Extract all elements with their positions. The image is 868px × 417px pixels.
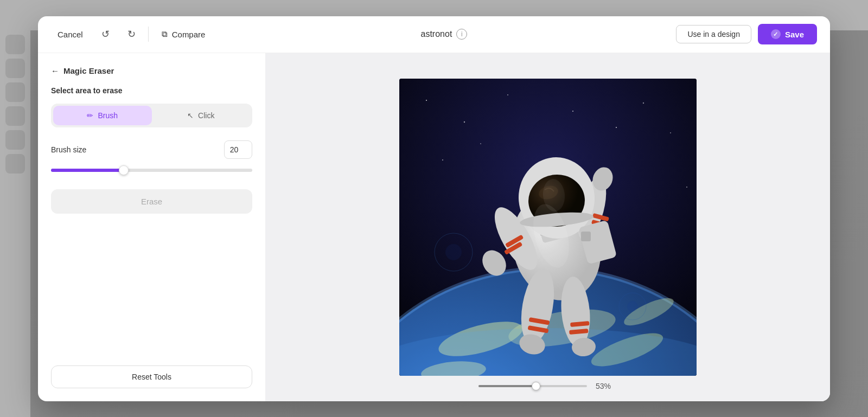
svg-point-3 [507, 94, 508, 95]
select-area-title: Select area to erase [51, 86, 252, 95]
astronaut-svg [399, 79, 697, 376]
redo-button[interactable]: ↻ [122, 24, 142, 44]
svg-point-20 [445, 244, 462, 260]
compare-icon: ⧉ [162, 29, 168, 39]
svg-point-4 [572, 111, 573, 112]
erase-button[interactable]: Erase [51, 189, 252, 214]
header-left: Cancel ↺ ↻ ⧉ Compare [51, 24, 212, 44]
zoom-bar: 53% [478, 382, 617, 390]
zoom-percentage: 53% [596, 382, 617, 390]
zoom-slider-thumb[interactable] [532, 382, 540, 390]
magic-eraser-modal: ✕ Cancel ↺ ↻ ⧉ Compare astronot i Use in… [38, 16, 830, 401]
undo-button[interactable]: ↺ [96, 24, 116, 44]
save-checkmark: ✓ [771, 29, 781, 39]
header-divider [148, 27, 149, 42]
slider-thumb[interactable] [119, 165, 129, 175]
image-container [399, 79, 697, 376]
svg-point-22 [627, 301, 638, 312]
brush-size-slider-track[interactable] [51, 169, 252, 172]
info-button[interactable]: i [456, 29, 467, 40]
svg-point-9 [616, 126, 617, 127]
zoom-slider-fill [478, 385, 536, 387]
save-button[interactable]: ✓ Save [758, 24, 817, 44]
brush-size-row: Brush size [51, 140, 252, 159]
svg-point-7 [442, 159, 443, 161]
canvas-area: 53% [266, 53, 830, 401]
astronaut-image [399, 79, 697, 376]
use-in-design-button[interactable]: Use in a design [676, 25, 751, 43]
left-panel: ← Magic Eraser Select area to erase ✏ Br… [38, 53, 266, 401]
brush-label: Brush [98, 111, 118, 120]
modal-body: ← Magic Eraser Select area to erase ✏ Br… [38, 53, 830, 401]
header-center: astronot i [421, 29, 468, 40]
spacer [51, 222, 252, 365]
tool-name-label: Magic Eraser [63, 66, 114, 75]
click-icon: ↖ [187, 111, 194, 120]
svg-point-6 [670, 132, 671, 133]
svg-point-5 [643, 102, 644, 103]
modal-title: astronot [421, 29, 452, 39]
save-label: Save [785, 30, 804, 39]
zoom-slider[interactable] [478, 385, 587, 387]
brush-size-slider-container [51, 164, 252, 176]
brush-size-input[interactable] [224, 140, 252, 159]
tool-button-group: ✏ Brush ↖ Click [51, 104, 252, 127]
back-link[interactable]: ← Magic Eraser [51, 66, 252, 75]
brush-icon: ✏ [87, 111, 93, 120]
modal-overlay: ✕ Cancel ↺ ↻ ⧉ Compare astronot i Use in… [0, 0, 868, 417]
cancel-button[interactable]: Cancel [51, 25, 90, 43]
click-label: Click [198, 111, 214, 120]
slider-fill [51, 169, 124, 172]
svg-point-1 [426, 100, 427, 101]
modal-header: Cancel ↺ ↻ ⧉ Compare astronot i Use in a… [38, 16, 830, 53]
svg-point-2 [464, 121, 465, 122]
brush-size-label: Brush size [51, 145, 86, 154]
svg-point-8 [480, 143, 481, 144]
svg-point-10 [686, 187, 687, 188]
compare-label: Compare [172, 30, 206, 39]
back-arrow-icon: ← [51, 66, 59, 75]
svg-rect-50 [581, 232, 591, 241]
click-tool-button[interactable]: ↖ Click [152, 106, 251, 125]
reset-tools-button[interactable]: Reset Tools [51, 365, 252, 388]
compare-button[interactable]: ⧉ Compare [155, 25, 212, 43]
header-right: Use in a design ✓ Save [676, 24, 817, 44]
brush-tool-button[interactable]: ✏ Brush [53, 106, 152, 125]
